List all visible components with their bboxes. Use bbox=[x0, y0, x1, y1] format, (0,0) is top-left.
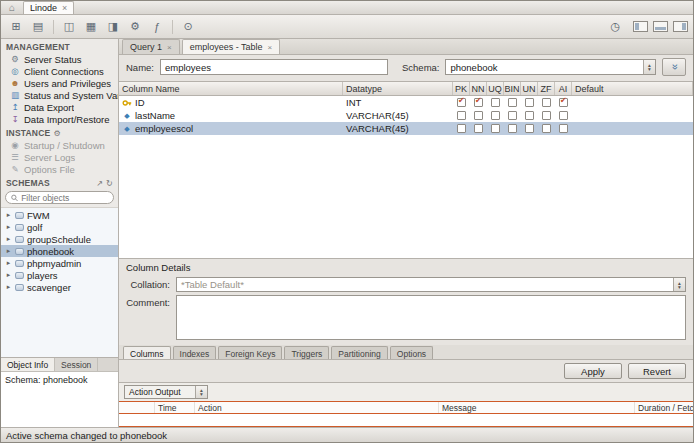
uq-checkbox[interactable] bbox=[491, 98, 500, 107]
zf-checkbox[interactable] bbox=[542, 111, 551, 120]
header-zf[interactable]: ZF bbox=[538, 82, 555, 95]
chevron-right-icon[interactable]: ▸ bbox=[5, 271, 12, 279]
nn-checkbox[interactable] bbox=[474, 111, 483, 120]
tab-query-1[interactable]: Query 1 × bbox=[122, 39, 180, 54]
schema-item-groupschedule[interactable]: ▸ groupSchedule bbox=[1, 233, 118, 245]
column-row-id[interactable]: ID INT bbox=[119, 96, 693, 109]
header-nn[interactable]: NN bbox=[470, 82, 487, 95]
header-action[interactable]: Action bbox=[195, 402, 439, 413]
nn-checkbox[interactable] bbox=[474, 124, 483, 133]
search-data-icon[interactable]: ⊙ bbox=[178, 18, 198, 36]
bin-checkbox[interactable] bbox=[508, 111, 517, 120]
new-function-icon[interactable]: ƒ bbox=[147, 18, 167, 36]
ai-checkbox[interactable] bbox=[559, 111, 568, 120]
combo-stepper-icon[interactable]: ▴▾ bbox=[195, 386, 207, 398]
clock-icon[interactable]: ◷ bbox=[610, 20, 620, 33]
header-ai[interactable]: AI bbox=[555, 82, 572, 95]
sidebar-item-server-status[interactable]: ⚙ Server Status bbox=[1, 53, 118, 65]
header-uq[interactable]: UQ bbox=[487, 82, 504, 95]
tab-partitioning[interactable]: Partitioning bbox=[331, 346, 388, 359]
table-name-input[interactable] bbox=[160, 59, 388, 75]
revert-button[interactable]: Revert bbox=[628, 363, 686, 379]
header-message[interactable]: Message bbox=[439, 402, 635, 413]
un-checkbox[interactable] bbox=[525, 124, 534, 133]
schema-item-golf[interactable]: ▸ golf bbox=[1, 221, 118, 233]
sidebar-item-status-variables[interactable]: ▥ Status and System Variables bbox=[1, 89, 118, 101]
close-tab-icon[interactable]: × bbox=[268, 43, 273, 52]
new-procedure-icon[interactable]: ⚙ bbox=[125, 18, 145, 36]
new-table-icon[interactable]: ▦ bbox=[81, 18, 101, 36]
toggle-left-sidebar-icon[interactable] bbox=[633, 21, 648, 32]
tab-session[interactable]: Session bbox=[55, 358, 98, 371]
comment-input[interactable] bbox=[176, 295, 686, 340]
tab-foreign-keys[interactable]: Foreign Keys bbox=[218, 346, 282, 359]
nn-checkbox[interactable] bbox=[474, 98, 483, 107]
close-tab-icon[interactable]: × bbox=[167, 43, 172, 52]
tab-options[interactable]: Options bbox=[390, 346, 433, 359]
un-checkbox[interactable] bbox=[525, 111, 534, 120]
home-icon[interactable]: ⌂ bbox=[9, 2, 15, 14]
combo-stepper-icon[interactable]: ▴▾ bbox=[673, 278, 685, 291]
pk-checkbox[interactable] bbox=[457, 98, 466, 107]
bin-checkbox[interactable] bbox=[508, 124, 517, 133]
sidebar-item-options-file[interactable]: ✎ Options File bbox=[1, 163, 118, 175]
sidebar-item-server-logs[interactable]: ☰ Server Logs bbox=[1, 151, 118, 163]
toggle-right-sidebar-icon[interactable] bbox=[673, 21, 688, 32]
column-row-lastname[interactable]: ◆ lastName VARCHAR(45) bbox=[119, 109, 693, 122]
sidebar-item-client-connections[interactable]: ◎ Client Connections bbox=[1, 65, 118, 77]
chevron-right-icon[interactable]: ▸ bbox=[5, 247, 12, 255]
sidebar-item-startup-shutdown[interactable]: ◉ Startup / Shutdown bbox=[1, 139, 118, 151]
tab-employees-table[interactable]: employees - Table × bbox=[182, 39, 281, 54]
columns-grid-empty-area[interactable] bbox=[119, 135, 693, 258]
header-datatype[interactable]: Datatype bbox=[343, 82, 453, 95]
action-output-list[interactable] bbox=[119, 414, 693, 427]
bin-checkbox[interactable] bbox=[508, 98, 517, 107]
column-datatype[interactable]: VARCHAR(45) bbox=[343, 122, 453, 135]
new-schema-icon[interactable]: ◫ bbox=[59, 18, 79, 36]
zf-checkbox[interactable] bbox=[542, 124, 551, 133]
column-default[interactable] bbox=[572, 96, 693, 109]
column-datatype[interactable]: INT bbox=[343, 96, 453, 109]
column-default[interactable] bbox=[572, 122, 693, 135]
open-sql-script-icon[interactable]: ▤ bbox=[28, 18, 48, 36]
schema-item-phonebook[interactable]: ▸ phonebook bbox=[1, 245, 118, 257]
header-status-icon-col[interactable] bbox=[119, 402, 155, 413]
chevron-right-icon[interactable]: ▸ bbox=[5, 259, 12, 267]
combo-stepper-icon[interactable]: ▴▾ bbox=[643, 60, 655, 74]
header-default[interactable]: Default bbox=[572, 82, 693, 95]
sidebar-item-data-import[interactable]: ↧ Data Import/Restore bbox=[1, 113, 118, 125]
pk-checkbox[interactable] bbox=[457, 111, 466, 120]
collapse-header-button[interactable]: « bbox=[662, 58, 686, 76]
ai-checkbox[interactable] bbox=[559, 98, 568, 107]
pk-checkbox[interactable] bbox=[457, 124, 466, 133]
uq-checkbox[interactable] bbox=[491, 111, 500, 120]
schema-item-fwm[interactable]: ▸ FWM bbox=[1, 209, 118, 221]
instance-config-icon[interactable]: ⚙ bbox=[53, 129, 60, 138]
schema-filter-input[interactable] bbox=[21, 193, 108, 203]
apply-button[interactable]: Apply bbox=[564, 363, 622, 379]
header-bin[interactable]: BIN bbox=[504, 82, 521, 95]
chevron-right-icon[interactable]: ▸ bbox=[5, 211, 12, 219]
header-duration-fetch[interactable]: Duration / Fetch bbox=[635, 402, 693, 413]
schema-item-scavenger[interactable]: ▸ scavenger bbox=[1, 281, 118, 293]
output-view-select[interactable]: Action Output ▴▾ bbox=[124, 385, 208, 399]
schemas-refresh-icon[interactable]: ↻ bbox=[106, 179, 113, 188]
close-tab-icon[interactable]: × bbox=[62, 3, 67, 13]
header-un[interactable]: UN bbox=[521, 82, 538, 95]
zf-checkbox[interactable] bbox=[542, 98, 551, 107]
tab-object-info[interactable]: Object Info bbox=[1, 358, 55, 371]
tab-columns[interactable]: Columns bbox=[123, 346, 171, 359]
schema-item-phpmyadmin[interactable]: ▸ phpmyadmin bbox=[1, 257, 118, 269]
sidebar-item-data-export[interactable]: ↥ Data Export bbox=[1, 101, 118, 113]
tab-triggers[interactable]: Triggers bbox=[284, 346, 329, 359]
un-checkbox[interactable] bbox=[525, 98, 534, 107]
connection-tab-linode[interactable]: Linode × bbox=[23, 1, 74, 14]
column-datatype[interactable]: VARCHAR(45) bbox=[343, 109, 453, 122]
chevron-right-icon[interactable]: ▸ bbox=[5, 283, 12, 291]
column-row-employeescol[interactable]: ◆ employeescol VARCHAR(45) bbox=[119, 122, 693, 135]
tab-indexes[interactable]: Indexes bbox=[173, 346, 217, 359]
chevron-right-icon[interactable]: ▸ bbox=[5, 235, 12, 243]
schemas-expand-icon[interactable]: ↗ bbox=[96, 179, 103, 188]
header-pk[interactable]: PK bbox=[453, 82, 470, 95]
toggle-bottom-panel-icon[interactable] bbox=[653, 21, 668, 32]
